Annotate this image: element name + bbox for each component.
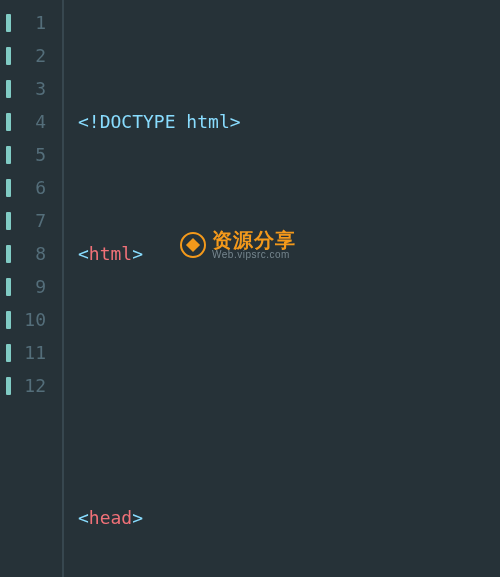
line-number: 4 — [0, 105, 62, 138]
line-number: 6 — [0, 171, 62, 204]
line-number-gutter: 123456789101112 — [0, 0, 62, 577]
line-number: 8 — [0, 237, 62, 270]
code-line: <head> — [78, 501, 500, 534]
line-number: 11 — [0, 336, 62, 369]
line-number: 2 — [0, 39, 62, 72]
code-line: <html> — [78, 237, 500, 270]
line-number: 5 — [0, 138, 62, 171]
code-line: <!DOCTYPE html> — [78, 105, 500, 138]
code-line — [78, 369, 500, 402]
line-number: 1 — [0, 6, 62, 39]
line-number: 7 — [0, 204, 62, 237]
code-area[interactable]: <!DOCTYPE html> <html> <head> <meta char… — [64, 0, 500, 577]
line-number: 12 — [0, 369, 62, 402]
line-number: 10 — [0, 303, 62, 336]
code-editor: 123456789101112 <!DOCTYPE html> <html> <… — [0, 0, 500, 577]
doctype: <!DOCTYPE html> — [78, 111, 241, 132]
line-number: 9 — [0, 270, 62, 303]
line-number: 3 — [0, 72, 62, 105]
